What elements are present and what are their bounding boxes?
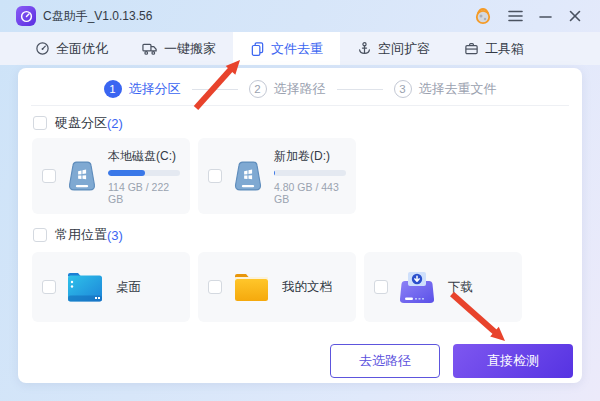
tab-label: 全面优化 (56, 40, 108, 58)
tab-full-optimize[interactable]: 全面优化 (18, 32, 125, 65)
partition-card-d[interactable]: 新加卷(D:) 4.80 GB / 443 GB (198, 138, 356, 214)
window-title: C盘助手_V1.0.13.56 (43, 8, 152, 25)
toolbox-icon (464, 41, 479, 56)
step-number: 1 (104, 80, 122, 98)
location-card-documents[interactable]: 我的文档 (198, 252, 356, 322)
app-window: C盘助手_V1.0.13.56 全面优化 一键搬家 (0, 0, 600, 401)
location-label: 下载 (448, 279, 473, 296)
tab-one-key-move[interactable]: 一键搬家 (125, 32, 233, 65)
partition-size: 4.80 GB / 443 GB (274, 181, 346, 205)
hard-drive-icon (231, 155, 265, 197)
downloads-checkbox[interactable] (374, 280, 388, 294)
section-count: (3) (107, 228, 123, 243)
select-path-button[interactable]: 去选路径 (330, 344, 440, 378)
direct-detect-button[interactable]: 直接检测 (453, 344, 573, 378)
tab-space-expand[interactable]: 空间扩容 (340, 32, 447, 65)
step-select-dedup-files: 3 选择去重文件 (394, 80, 497, 98)
step-connector (192, 89, 238, 90)
divider (31, 105, 569, 106)
section-title: 硬盘分区 (55, 114, 107, 132)
step-select-partition: 1 选择分区 (104, 80, 181, 98)
partition-d-checkbox[interactable] (208, 169, 222, 183)
booster-badge-icon[interactable] (470, 3, 496, 29)
titlebar: C盘助手_V1.0.13.56 (0, 0, 600, 32)
anchor-icon (357, 41, 372, 56)
duplicate-files-icon (250, 41, 265, 56)
tab-label: 文件去重 (271, 40, 323, 58)
location-card-desktop[interactable]: 桌面 (32, 252, 190, 322)
main-nav: 全面优化 一键搬家 文件去重 空间扩容 工具箱 (0, 32, 600, 65)
step-number: 3 (394, 80, 412, 98)
documents-folder-icon (231, 270, 271, 304)
hard-drive-icon (65, 155, 99, 197)
step-select-path: 2 选择路径 (249, 80, 326, 98)
section-locations-header: 常用位置 (3) (33, 226, 123, 244)
partition-size: 114 GB / 222 GB (108, 181, 180, 205)
step-label: 选择去重文件 (419, 80, 497, 98)
locations-select-all-checkbox[interactable] (33, 228, 47, 242)
tab-file-dedup[interactable]: 文件去重 (233, 32, 340, 65)
gauge-icon (35, 41, 50, 56)
step-connector (337, 89, 383, 90)
desktop-folder-icon (65, 270, 105, 304)
content-panel: 1 选择分区 2 选择路径 3 选择去重文件 硬盘分区 (2) (18, 68, 582, 383)
usage-progressbar (274, 170, 346, 176)
section-count: (2) (107, 116, 123, 131)
minimize-icon[interactable] (530, 3, 560, 29)
step-label: 选择路径 (274, 80, 326, 98)
location-label: 桌面 (116, 279, 141, 296)
partition-card-c[interactable]: 本地磁盘(C:) 114 GB / 222 GB (32, 138, 190, 214)
partition-name: 本地磁盘(C:) (108, 148, 180, 165)
step-label: 选择分区 (129, 80, 181, 98)
download-icon (397, 269, 437, 305)
location-label: 我的文档 (282, 279, 332, 296)
tab-label: 工具箱 (485, 40, 524, 58)
tab-label: 一键搬家 (164, 40, 216, 58)
step-number: 2 (249, 80, 267, 98)
tab-label: 空间扩容 (378, 40, 430, 58)
usage-progressbar (108, 170, 180, 176)
app-logo-icon (16, 6, 36, 26)
truck-icon (142, 41, 158, 56)
section-title: 常用位置 (55, 226, 107, 244)
menu-icon[interactable] (500, 3, 530, 29)
desktop-checkbox[interactable] (42, 280, 56, 294)
location-card-downloads[interactable]: 下载 (364, 252, 522, 322)
section-partitions-header: 硬盘分区 (2) (33, 114, 123, 132)
step-wizard: 1 选择分区 2 选择路径 3 选择去重文件 (18, 77, 582, 101)
partition-c-checkbox[interactable] (42, 169, 56, 183)
tab-toolbox[interactable]: 工具箱 (447, 32, 541, 65)
partitions-select-all-checkbox[interactable] (33, 116, 47, 130)
documents-checkbox[interactable] (208, 280, 222, 294)
partition-name: 新加卷(D:) (274, 148, 346, 165)
close-icon[interactable] (560, 3, 590, 29)
